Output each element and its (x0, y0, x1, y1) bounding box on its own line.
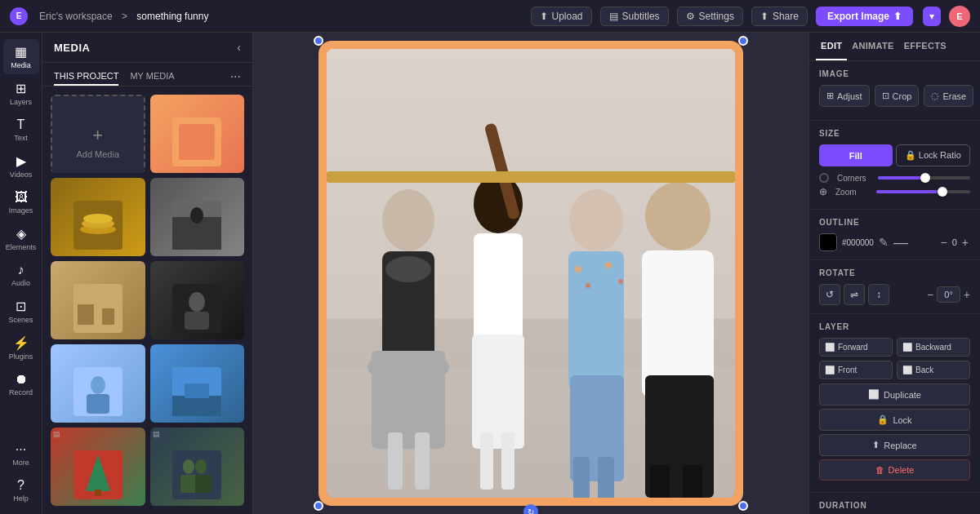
list-item[interactable]: Minimalist inter... (51, 261, 145, 339)
svg-rect-57 (650, 465, 670, 498)
zoom-slider[interactable] (876, 190, 970, 193)
svg-point-54 (645, 182, 710, 250)
sidebar-item-more[interactable]: ··· More (3, 437, 39, 472)
canvas-area: ↻ (253, 33, 808, 514)
sidebar-item-label: Scenes (8, 316, 33, 324)
front-button[interactable]: ⬜ Front (819, 361, 893, 379)
add-media-button[interactable]: + Add Media (51, 95, 145, 173)
media-thumb: ▤ (51, 428, 145, 506)
add-media-item[interactable]: + Add Media (51, 95, 145, 173)
sidebar-item-elements[interactable]: ◈ Elements (3, 221, 39, 256)
svg-rect-42 (472, 335, 524, 449)
rotate-value-display: 0° (937, 286, 960, 303)
selection-handle-bottom-left[interactable] (314, 501, 323, 511)
fill-button[interactable]: Fill (819, 144, 893, 166)
media-panel-title: MEDIA (54, 42, 90, 54)
sidebar-item-text[interactable]: T Text (3, 113, 39, 147)
list-item[interactable]: drake gif image ... (150, 261, 245, 339)
canvas-frame[interactable]: ↻ (318, 41, 743, 506)
media-options-button[interactable]: ··· (230, 69, 241, 84)
outline-decrease-button[interactable]: − (939, 236, 949, 249)
sidebar-item-images[interactable]: 🖼 Images (3, 185, 39, 219)
sidebar-item-label: Elements (6, 243, 37, 251)
zoom-slider-thumb[interactable] (938, 187, 947, 197)
outline-increase-button[interactable]: + (960, 236, 970, 249)
lock-button[interactable]: 🔒 Lock (819, 409, 970, 431)
media-panel-collapse-button[interactable]: ‹ (237, 41, 241, 54)
list-item[interactable]: silhouette (150, 178, 245, 256)
sidebar-item-label: Videos (10, 171, 32, 179)
crop-button[interactable]: ⊡ Crop (875, 85, 920, 107)
elements-icon: ◈ (16, 226, 26, 241)
sidebar-item-label: More (12, 459, 29, 467)
sidebar-item-record[interactable]: ⏺ Record (3, 367, 39, 401)
media-tab-my-media[interactable]: MY MEDIA (130, 68, 174, 86)
erase-button[interactable]: ◌ Erase (924, 85, 973, 107)
forward-button[interactable]: ⬜ Forward (819, 338, 893, 357)
rotate-increment-button[interactable]: + (964, 288, 970, 301)
rotate-decrement-button[interactable]: − (927, 288, 933, 301)
svg-rect-37 (388, 432, 403, 490)
duplicate-icon: ⬜ (868, 389, 880, 400)
sidebar-item-media[interactable]: ▦ Media (3, 39, 39, 74)
lock-ratio-button[interactable]: 🔒 Lock Ratio (896, 144, 971, 166)
list-item[interactable]: something funny (150, 95, 245, 173)
sidebar-item-scenes[interactable]: ⊡ Scenes (3, 294, 39, 329)
workspace-name[interactable]: Eric's workspace (39, 11, 113, 22)
list-item[interactable]: ▤ image.png (150, 428, 245, 506)
backward-button[interactable]: ⬜ Backward (897, 338, 970, 357)
replace-button[interactable]: ⬆ Replace (819, 434, 970, 456)
layer-section-title: LAYER (819, 322, 970, 331)
outline-color-swatch[interactable] (819, 233, 837, 251)
settings-icon: ⚙ (686, 11, 695, 22)
flip-horizontal-button[interactable]: ⇌ (844, 284, 865, 305)
corners-slider-row: Corners (819, 173, 970, 183)
sidebar-item-plugins[interactable]: ⚡ Plugins (3, 330, 39, 366)
subtitles-button[interactable]: ▤ Subtitles (600, 7, 669, 26)
selection-handle-top-right[interactable] (738, 36, 748, 46)
media-tab-project[interactable]: THIS PROJECT (54, 68, 118, 86)
duplicate-button[interactable]: ⬜ Duplicate (819, 383, 970, 405)
delete-button[interactable]: 🗑 Delete (819, 459, 970, 481)
back-button[interactable]: ⬜ Back (897, 361, 970, 379)
corners-slider[interactable] (878, 176, 970, 179)
settings-button[interactable]: ⚙ Settings (677, 7, 743, 26)
list-item[interactable]: ▤ image.png (51, 428, 145, 506)
export-dropdown-button[interactable]: ▾ (923, 7, 941, 26)
share-button[interactable]: ⬆ Share (751, 7, 808, 26)
upload-button[interactable]: ⬆ Upload (531, 7, 592, 26)
media-thumb (150, 261, 245, 339)
adjust-label: Adjust (837, 91, 862, 101)
sidebar-item-label: Layers (10, 98, 32, 106)
media-thumb (51, 261, 145, 339)
selection-handle-top-left[interactable] (314, 36, 323, 46)
delete-icon: 🗑 (875, 465, 884, 475)
corners-slider-thumb[interactable] (920, 173, 930, 183)
plugins-icon: ⚡ (13, 335, 29, 351)
eyedropper-button[interactable]: ✎ (879, 236, 889, 249)
flip-vertical-button[interactable]: ↕ (868, 284, 889, 305)
project-name[interactable]: something funny (136, 11, 208, 22)
sidebar-item-audio[interactable]: ♪ Audio (3, 258, 39, 292)
sidebar-item-videos[interactable]: ▶ Videos (3, 148, 39, 184)
adjust-button[interactable]: ⊞ Adjust (819, 85, 870, 107)
tab-edit[interactable]: EDIT (816, 33, 847, 60)
media-thumb (150, 178, 245, 256)
list-item[interactable]: 01:54 IMG_1943.mp4 (150, 344, 245, 423)
sidebar-item-layers[interactable]: ⊞ Layers (3, 76, 39, 111)
list-item[interactable]: Pancake Stack , (51, 178, 145, 256)
rotate-left-button[interactable]: ↺ (819, 284, 840, 305)
sidebar-nav: ▦ Media ⊞ Layers T Text ▶ Videos 🖼 Image… (0, 33, 42, 514)
tab-effects[interactable]: EFFECTS (899, 33, 951, 60)
tab-animate[interactable]: ANIMATE (847, 33, 898, 60)
user-avatar[interactable]: E (949, 6, 970, 27)
sidebar-item-help[interactable]: ? Help (3, 473, 39, 507)
list-item[interactable]: 01:05 MVI_1023.MP4 (51, 344, 145, 423)
selection-handle-bottom-right[interactable] (738, 501, 748, 511)
zoom-slider-row: ⊕ Zoom (819, 186, 970, 197)
forward-label: Forward (838, 343, 868, 352)
rotate-angle: 0° (944, 290, 953, 299)
canvas-rotate-handle[interactable]: ↻ (523, 504, 538, 514)
svg-point-48 (586, 283, 590, 288)
export-button[interactable]: Export Image ⬆ (816, 7, 913, 26)
